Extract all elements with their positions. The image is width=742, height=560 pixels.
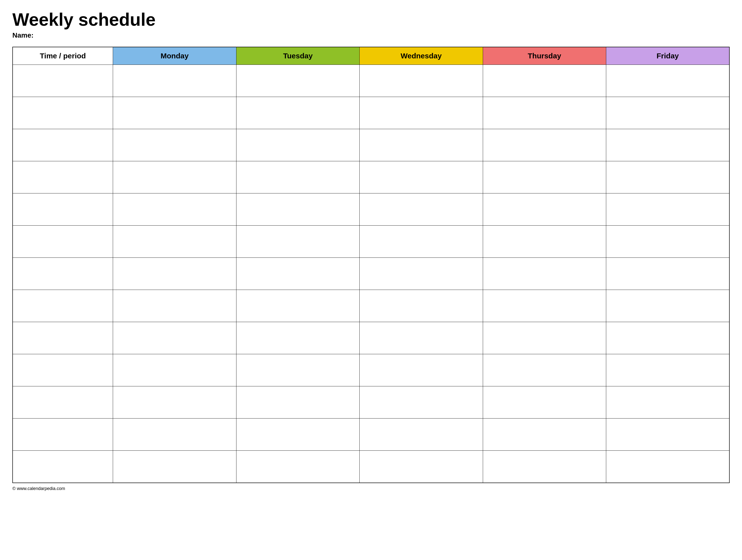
table-cell[interactable] bbox=[360, 354, 483, 386]
table-cell[interactable] bbox=[483, 451, 606, 483]
table-cell[interactable] bbox=[360, 65, 483, 97]
table-cell[interactable] bbox=[360, 290, 483, 322]
table-cell[interactable] bbox=[113, 161, 236, 193]
table-cell[interactable] bbox=[13, 97, 113, 129]
table-cell[interactable] bbox=[13, 193, 113, 225]
table-row bbox=[13, 129, 729, 161]
table-cell[interactable] bbox=[236, 97, 359, 129]
table-cell[interactable] bbox=[13, 258, 113, 290]
table-cell[interactable] bbox=[606, 290, 729, 322]
table-cell[interactable] bbox=[606, 161, 729, 193]
table-cell[interactable] bbox=[236, 386, 359, 418]
table-cell[interactable] bbox=[606, 193, 729, 225]
table-cell[interactable] bbox=[360, 129, 483, 161]
table-cell[interactable] bbox=[606, 97, 729, 129]
table-cell[interactable] bbox=[13, 65, 113, 97]
table-cell[interactable] bbox=[236, 258, 359, 290]
table-cell[interactable] bbox=[360, 386, 483, 418]
table-cell[interactable] bbox=[113, 258, 236, 290]
table-cell[interactable] bbox=[360, 97, 483, 129]
footer-text: © www.calendarpedia.com bbox=[12, 486, 730, 491]
table-row bbox=[13, 97, 729, 129]
table-cell[interactable] bbox=[236, 322, 359, 354]
table-cell[interactable] bbox=[606, 225, 729, 258]
table-row bbox=[13, 354, 729, 386]
table-cell[interactable] bbox=[236, 225, 359, 258]
name-label: Name: bbox=[12, 32, 730, 39]
table-cell[interactable] bbox=[606, 451, 729, 483]
table-cell[interactable] bbox=[113, 193, 236, 225]
table-cell[interactable] bbox=[606, 322, 729, 354]
table-cell[interactable] bbox=[113, 290, 236, 322]
table-cell[interactable] bbox=[360, 451, 483, 483]
col-header-monday: Monday bbox=[113, 47, 236, 65]
table-cell[interactable] bbox=[13, 418, 113, 451]
col-header-thursday: Thursday bbox=[483, 47, 606, 65]
table-cell[interactable] bbox=[606, 65, 729, 97]
header-row: Time / period Monday Tuesday Wednesday T… bbox=[13, 47, 729, 65]
table-cell[interactable] bbox=[236, 354, 359, 386]
table-cell[interactable] bbox=[606, 354, 729, 386]
table-cell[interactable] bbox=[483, 193, 606, 225]
table-row bbox=[13, 161, 729, 193]
col-header-time: Time / period bbox=[13, 47, 113, 65]
table-cell[interactable] bbox=[483, 354, 606, 386]
table-cell[interactable] bbox=[360, 322, 483, 354]
table-cell[interactable] bbox=[236, 193, 359, 225]
table-cell[interactable] bbox=[236, 451, 359, 483]
table-cell[interactable] bbox=[483, 386, 606, 418]
table-cell[interactable] bbox=[360, 418, 483, 451]
table-cell[interactable] bbox=[13, 354, 113, 386]
table-cell[interactable] bbox=[483, 97, 606, 129]
table-cell[interactable] bbox=[606, 129, 729, 161]
table-cell[interactable] bbox=[113, 418, 236, 451]
table-cell[interactable] bbox=[483, 161, 606, 193]
table-cell[interactable] bbox=[606, 258, 729, 290]
table-cell[interactable] bbox=[236, 129, 359, 161]
table-cell[interactable] bbox=[236, 161, 359, 193]
table-cell[interactable] bbox=[606, 418, 729, 451]
table-cell[interactable] bbox=[360, 225, 483, 258]
table-cell[interactable] bbox=[483, 225, 606, 258]
table-row bbox=[13, 65, 729, 97]
table-cell[interactable] bbox=[113, 65, 236, 97]
table-row bbox=[13, 290, 729, 322]
table-cell[interactable] bbox=[483, 65, 606, 97]
table-row bbox=[13, 418, 729, 451]
table-cell[interactable] bbox=[13, 161, 113, 193]
table-cell[interactable] bbox=[13, 225, 113, 258]
col-header-wednesday: Wednesday bbox=[360, 47, 483, 65]
table-cell[interactable] bbox=[483, 290, 606, 322]
table-cell[interactable] bbox=[113, 451, 236, 483]
table-cell[interactable] bbox=[113, 225, 236, 258]
table-cell[interactable] bbox=[360, 193, 483, 225]
table-row bbox=[13, 451, 729, 483]
table-cell[interactable] bbox=[113, 386, 236, 418]
table-cell[interactable] bbox=[236, 418, 359, 451]
table-cell[interactable] bbox=[13, 129, 113, 161]
table-cell[interactable] bbox=[483, 129, 606, 161]
schedule-table: Time / period Monday Tuesday Wednesday T… bbox=[12, 47, 730, 483]
table-cell[interactable] bbox=[113, 97, 236, 129]
table-cell[interactable] bbox=[13, 322, 113, 354]
table-cell[interactable] bbox=[483, 418, 606, 451]
table-cell[interactable] bbox=[606, 386, 729, 418]
table-cell[interactable] bbox=[113, 322, 236, 354]
table-cell[interactable] bbox=[236, 290, 359, 322]
table-row bbox=[13, 386, 729, 418]
table-row bbox=[13, 322, 729, 354]
col-header-friday: Friday bbox=[606, 47, 729, 65]
table-cell[interactable] bbox=[113, 354, 236, 386]
table-cell[interactable] bbox=[13, 451, 113, 483]
table-cell[interactable] bbox=[360, 258, 483, 290]
table-cell[interactable] bbox=[113, 129, 236, 161]
table-row bbox=[13, 258, 729, 290]
table-row bbox=[13, 193, 729, 225]
table-cell[interactable] bbox=[13, 386, 113, 418]
table-cell[interactable] bbox=[360, 161, 483, 193]
table-cell[interactable] bbox=[13, 290, 113, 322]
table-cell[interactable] bbox=[483, 258, 606, 290]
table-cell[interactable] bbox=[483, 322, 606, 354]
table-cell[interactable] bbox=[236, 65, 359, 97]
col-header-tuesday: Tuesday bbox=[236, 47, 359, 65]
